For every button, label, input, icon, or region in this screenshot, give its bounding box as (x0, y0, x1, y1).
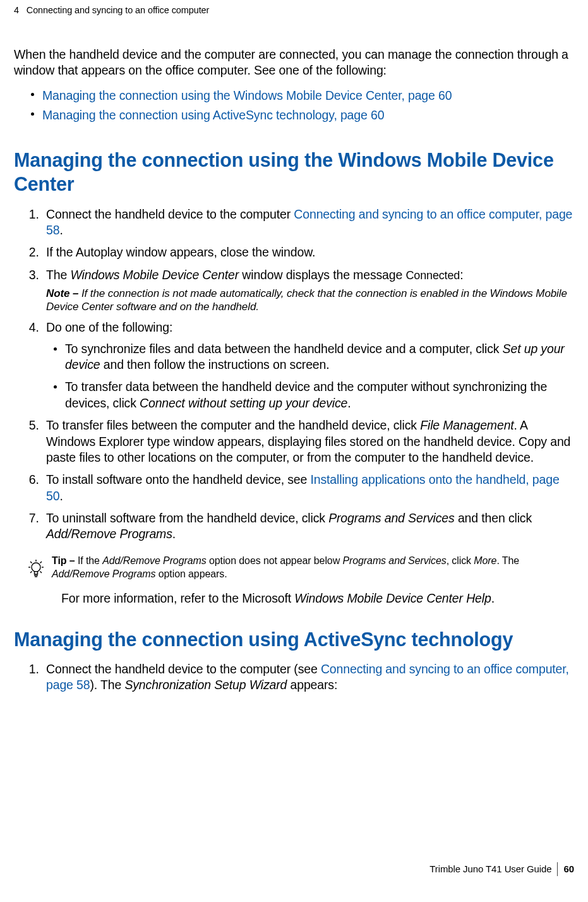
step-item: If the Autoplay window appears, close th… (42, 244, 574, 260)
tip-body-italic: Add/Remove Programs (102, 555, 206, 566)
step-text: Connect the handheld device to the compu… (46, 207, 294, 221)
intro-link-item: Managing the connection using the Window… (42, 86, 574, 105)
step-text: and then click (455, 511, 532, 525)
running-header: 4 Connecting and syncing to an office co… (14, 5, 574, 15)
bullet-text: and then follow the instructions on scre… (100, 358, 329, 371)
footer-guide-name: Trimble Juno T41 User Guide (429, 863, 551, 874)
step-text: . (59, 223, 63, 237)
step-item: Do one of the following: To synchronize … (42, 320, 574, 411)
chapter-number: 4 (14, 5, 19, 15)
intro-paragraph: When the handheld device and the compute… (14, 47, 574, 78)
svg-line-9 (40, 571, 42, 573)
step-item: Connect the handheld device to the compu… (42, 661, 574, 694)
steps-list-wmdc: Connect the handheld device to the compu… (14, 207, 574, 543)
more-info-italic: Windows Mobile Device Center Help (294, 591, 491, 605)
step-text: To transfer files between the computer a… (46, 418, 420, 432)
step-text: appears: (287, 678, 337, 692)
step-item: The Windows Mobile Device Center window … (42, 267, 574, 314)
step-text: Do one of the following: (46, 320, 172, 334)
step-text-italic: Windows Mobile Device Center (70, 268, 239, 282)
step-text: . (59, 489, 63, 503)
svg-line-7 (40, 562, 42, 563)
intro-link-list: Managing the connection using the Window… (14, 86, 574, 125)
step-item: To uninstall software from the handheld … (42, 510, 574, 543)
more-info-pre: For more information, refer to the Micro… (61, 591, 294, 605)
svg-point-0 (32, 563, 40, 572)
footer-page-number: 60 (564, 863, 575, 874)
inner-bullet-item: To synchronize files and data between th… (65, 341, 574, 373)
step-text: To uninstall software from the handheld … (46, 511, 328, 525)
note-label: Note – (46, 287, 81, 299)
step-text: Connect the handheld device to the compu… (46, 662, 321, 676)
step-text: To install software onto the handheld de… (46, 472, 311, 486)
link-activesync[interactable]: Managing the connection using ActiveSync… (42, 108, 384, 122)
note-block: Note – If the connection is not made aut… (46, 287, 574, 314)
steps-list-activesync: Connect the handheld device to the compu… (14, 661, 574, 694)
tip-text: Tip – If the Add/Remove Programs option … (52, 554, 574, 581)
step-text: : (460, 268, 463, 282)
step-text-italic: Synchronization Setup Wizard (124, 678, 287, 692)
bullet-text: . (347, 396, 351, 410)
bullet-text-italic: Connect without setting up your device (140, 396, 347, 410)
step-text: window displays the message (239, 268, 405, 282)
svg-line-6 (30, 562, 32, 563)
step-text-italic: File Management (420, 418, 513, 432)
section-heading-wmdc: Managing the connection using the Window… (14, 148, 574, 196)
lightbulb-icon (27, 559, 45, 579)
intro-link-item: Managing the connection using ActiveSync… (42, 105, 574, 125)
step-text: ). The (90, 678, 124, 692)
tip-body: option appears. (155, 568, 227, 579)
tip-block: Tip – If the Add/Remove Programs option … (27, 554, 574, 581)
step-item: Connect the handheld device to the compu… (42, 207, 574, 239)
step-text-italic: Add/Remove Programs (46, 527, 172, 541)
tip-body: option does not appear below (207, 555, 343, 566)
more-info-text: For more information, refer to the Micro… (61, 591, 574, 606)
footer: Trimble Juno T41 User Guide60 (429, 863, 574, 877)
inner-bullet-item: To transfer data between the handheld de… (65, 379, 574, 411)
tip-body: If the (78, 555, 102, 566)
step-text: The (46, 268, 70, 282)
note-body: If the connection is not made automatica… (46, 287, 567, 313)
step-text: . (172, 527, 176, 541)
tip-body: . The (496, 555, 519, 566)
svg-line-8 (30, 571, 32, 573)
step-item: To install software onto the handheld de… (42, 472, 574, 504)
chapter-title: Connecting and syncing to an office comp… (27, 5, 210, 15)
tip-label: Tip – (52, 555, 78, 566)
tip-body-italic: Add/Remove Programs (52, 568, 155, 579)
tip-body-italic: Programs and Services (342, 555, 446, 566)
step-text-italic: Programs and Services (328, 511, 455, 525)
step-item: To transfer files between the computer a… (42, 418, 574, 466)
link-wmdc[interactable]: Managing the connection using the Window… (42, 88, 452, 102)
tip-body: , click (447, 555, 474, 566)
inner-bullet-list: To synchronize files and data between th… (46, 341, 574, 411)
tip-body-italic: More (474, 555, 496, 566)
ui-term: Connected (405, 269, 460, 282)
footer-divider (557, 862, 558, 876)
section-heading-activesync: Managing the connection using ActiveSync… (14, 627, 574, 651)
bullet-text: To synchronize files and data between th… (65, 342, 503, 356)
more-info-post: . (491, 591, 495, 605)
